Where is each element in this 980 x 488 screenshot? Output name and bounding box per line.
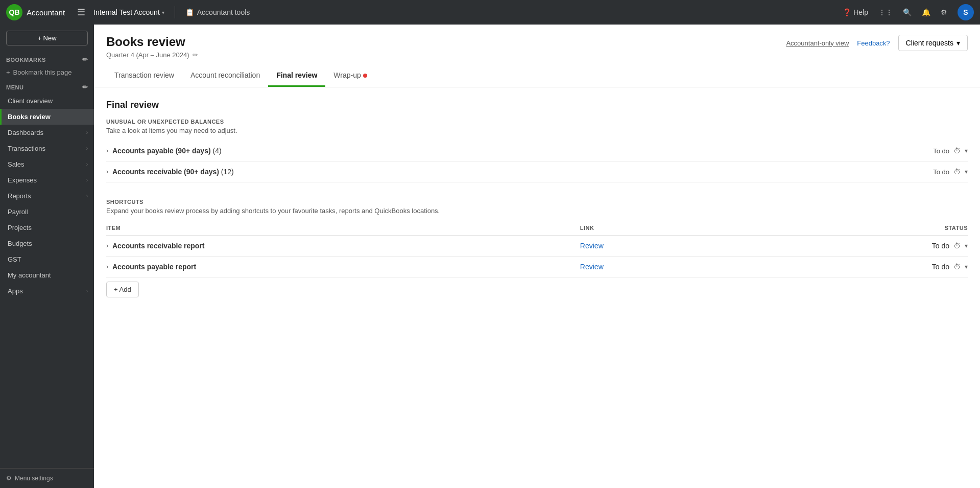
sidebar-item-label: Transactions (8, 145, 45, 152)
unusual-description: Take a look at items you may need to adj… (106, 127, 968, 134)
sidebar-item-label: Payroll (8, 208, 28, 216)
shortcuts-section: SHORTCUTS Expand your books review proce… (106, 199, 968, 297)
sidebar-item-payroll[interactable]: Payroll (0, 204, 94, 220)
accountant-tools-button[interactable]: 📋 Accountant tools (185, 8, 250, 16)
subtitle-edit-icon[interactable]: ✏ (193, 51, 198, 59)
accounts-receivable-label: Accounts receivable (90+ days) (12) (112, 168, 234, 176)
client-chevron-icon: ▾ (162, 10, 164, 15)
menu-header: MENU ✏ (0, 79, 94, 93)
client-name: Internal Test Account (93, 8, 160, 16)
ar-report-review-link[interactable]: Review (580, 242, 604, 250)
bookmarks-edit-icon[interactable]: ✏ (82, 56, 88, 63)
accounts-payable-dropdown-button[interactable]: ▾ (965, 147, 968, 154)
accounts-payable-clock-button[interactable]: ⏱ (953, 147, 961, 155)
new-button[interactable]: + New (6, 31, 88, 45)
notifications-button[interactable]: 🔔 (922, 8, 930, 16)
user-avatar[interactable]: S (958, 4, 974, 20)
help-circle-icon: ❓ (843, 8, 851, 16)
gear-icon: ⚙ (941, 8, 947, 16)
content-area: Final review UNUSUAL OR UNEXPECTED BALAN… (94, 87, 980, 326)
sidebar-footer: ⚙ Menu settings (0, 468, 94, 488)
apps-grid-button[interactable]: ⋮⋮ (878, 8, 893, 16)
balance-row-accounts-receivable: › Accounts receivable (90+ days) (12) To… (106, 161, 968, 182)
chevron-right-icon: › (86, 161, 88, 167)
sidebar-item-expenses[interactable]: Expenses › (0, 172, 94, 188)
tab-final-review[interactable]: Final review (268, 65, 325, 87)
ap-report-expand-button[interactable]: › (106, 263, 108, 270)
app-title: Accountant (27, 8, 65, 17)
sidebar-item-apps[interactable]: Apps › (0, 283, 94, 299)
chevron-right-icon: › (86, 146, 88, 151)
balance-row-accounts-payable: › Accounts payable (90+ days) (4) To do … (106, 141, 968, 161)
hamburger-button[interactable]: ☰ (77, 7, 85, 18)
ar-report-dropdown-button[interactable]: ▾ (965, 242, 968, 249)
ap-report-clock-button[interactable]: ⏱ (953, 263, 961, 271)
page-title: Books review (106, 35, 198, 49)
plus-icon: + (6, 68, 10, 76)
sidebar-item-sales[interactable]: Sales › (0, 156, 94, 172)
tab-account-reconciliation[interactable]: Account reconciliation (182, 65, 268, 87)
sidebar-item-label: Apps (8, 287, 23, 295)
sidebar-item-label: Budgets (8, 240, 32, 247)
menu-section: MENU ✏ (0, 79, 94, 93)
table-row: › Accounts payable report Review To do (106, 257, 968, 277)
briefcase-icon: 📋 (185, 8, 194, 16)
accounts-payable-status: To do (933, 147, 949, 155)
menu-settings-item[interactable]: ⚙ Menu settings (6, 475, 88, 482)
tab-transaction-review[interactable]: Transaction review (106, 65, 182, 87)
ar-report-expand-button[interactable]: › (106, 242, 108, 249)
ap-report-label: Accounts payable report (112, 263, 196, 271)
top-nav: QB Accountant ☰ Internal Test Account ▾ … (0, 0, 980, 25)
bookmarks-section: BOOKMARKS ✏ + Bookmark this page (0, 52, 94, 79)
client-requests-chevron-icon: ▾ (957, 39, 960, 47)
sidebar: + New BOOKMARKS ✏ + Bookmark this page M… (0, 25, 94, 488)
ap-report-dropdown-button[interactable]: ▾ (965, 263, 968, 270)
sidebar-item-transactions[interactable]: Transactions › (0, 141, 94, 156)
table-row: › Accounts receivable report Review To d… (106, 236, 968, 257)
sidebar-item-my-accountant[interactable]: My accountant (0, 267, 94, 283)
sidebar-item-label: Client overview (8, 97, 53, 105)
sidebar-item-label: Projects (8, 224, 32, 231)
settings-button[interactable]: ⚙ (941, 8, 947, 16)
client-selector[interactable]: Internal Test Account ▾ (93, 8, 164, 16)
bookmark-this-page[interactable]: + Bookmark this page (0, 65, 94, 79)
sidebar-item-label: GST (8, 255, 21, 263)
accounts-receivable-expand-button[interactable]: › (106, 168, 108, 175)
tabs-container: Transaction review Account reconciliatio… (94, 65, 980, 87)
apps-grid-icon: ⋮⋮ (878, 8, 893, 16)
accountant-only-view-button[interactable]: Accountant-only view (786, 39, 849, 47)
bookmarks-header: BOOKMARKS ✏ (0, 52, 94, 65)
ar-report-clock-button[interactable]: ⏱ (953, 242, 961, 250)
sidebar-item-books-review[interactable]: Books review (0, 109, 94, 125)
sidebar-item-reports[interactable]: Reports › (0, 188, 94, 204)
sidebar-item-gst[interactable]: GST (0, 251, 94, 267)
table-header-item: ITEM (106, 221, 580, 236)
bell-icon: 🔔 (922, 8, 930, 16)
unusual-label: UNUSUAL OR UNEXPECTED BALANCES (106, 119, 968, 125)
help-button[interactable]: ❓ Help (843, 8, 868, 16)
add-shortcut-button[interactable]: + Add (106, 282, 139, 297)
sidebar-item-budgets[interactable]: Budgets (0, 236, 94, 251)
feedback-button[interactable]: Feedback? (857, 39, 890, 47)
search-button[interactable]: 🔍 (903, 8, 912, 16)
accounts-receivable-count: (12) (221, 168, 234, 176)
ap-report-review-link[interactable]: Review (580, 263, 604, 271)
menu-edit-icon[interactable]: ✏ (82, 83, 88, 91)
accounts-payable-label: Accounts payable (90+ days) (4) (112, 147, 222, 155)
accounts-payable-count: (4) (212, 147, 221, 155)
sidebar-item-dashboards[interactable]: Dashboards › (0, 125, 94, 141)
accounts-payable-expand-button[interactable]: › (106, 147, 108, 154)
table-header-link: LINK (580, 221, 839, 236)
client-requests-button[interactable]: Client requests ▾ (898, 35, 968, 51)
accounts-receivable-dropdown-button[interactable]: ▾ (965, 168, 968, 175)
tab-wrap-up[interactable]: Wrap-up (325, 65, 375, 87)
unusual-balances-section: UNUSUAL OR UNEXPECTED BALANCES Take a lo… (106, 119, 968, 182)
ar-report-label: Accounts receivable report (112, 242, 205, 250)
sidebar-item-label: Dashboards (8, 129, 43, 136)
settings-icon: ⚙ (6, 475, 12, 482)
sidebar-item-projects[interactable]: Projects (0, 220, 94, 236)
chevron-right-icon: › (86, 193, 88, 199)
page-header: Books review Quarter 4 (Apr – June 2024)… (94, 25, 980, 59)
accounts-receivable-clock-button[interactable]: ⏱ (953, 168, 961, 176)
sidebar-item-client-overview[interactable]: Client overview (0, 93, 94, 109)
